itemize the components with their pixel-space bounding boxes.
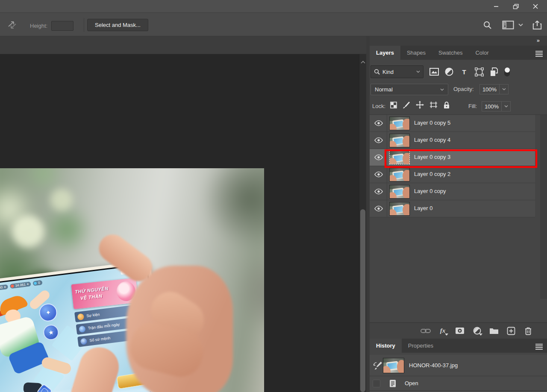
visibility-eye-icon[interactable]: [374, 188, 383, 196]
tab-swatches[interactable]: Swatches: [432, 46, 469, 60]
fill-value[interactable]: 100%: [482, 101, 502, 111]
history-snapshot-row[interactable]: HONOR-400-37.jpg: [370, 355, 547, 376]
restore-button[interactable]: [506, 0, 526, 13]
tab-color[interactable]: Color: [469, 46, 495, 60]
layer-thumbnail[interactable]: [390, 202, 409, 215]
lock-artboard-icon[interactable]: [429, 101, 438, 110]
lock-all-icon[interactable]: [443, 101, 450, 111]
options-divider: [84, 18, 84, 32]
minimize-button[interactable]: [486, 0, 506, 13]
history-panel-body: HONOR-400-37.jpg Open Make Layer: [370, 355, 547, 392]
snapshot-name[interactable]: HONOR-400-37.jpg: [409, 362, 458, 369]
history-brush-icon[interactable]: [373, 361, 382, 372]
history-brush-source-well[interactable]: [373, 380, 380, 387]
filter-smart-objects-icon[interactable]: [489, 67, 499, 76]
search-icon: [374, 69, 380, 75]
opacity-chevron-icon[interactable]: [500, 84, 509, 94]
tab-properties[interactable]: Properties: [402, 339, 440, 353]
snapshot-thumbnail[interactable]: [383, 358, 404, 373]
blend-mode-value: Normal: [375, 86, 393, 93]
layer-row[interactable]: Layer 0 copy: [370, 183, 535, 200]
kind-label: Kind: [382, 69, 394, 75]
select-and-mask-button[interactable]: Select and Mask...: [87, 19, 148, 31]
tab-history[interactable]: History: [370, 339, 402, 353]
link-layers-icon[interactable]: [421, 326, 431, 336]
workspace-switcher-icon[interactable]: [502, 20, 514, 29]
scrollbar-up-arrow-icon[interactable]: [361, 58, 365, 65]
layer-filter-icons: T: [429, 67, 510, 76]
coin-icon: [11, 284, 14, 288]
layer-effects-icon[interactable]: fx: [438, 326, 448, 336]
plus-icon[interactable]: +: [3, 285, 6, 289]
canvas-workspace[interactable]: 21.440 + 34.061 + 0: [0, 36, 366, 392]
layer-name[interactable]: Layer 0: [414, 205, 432, 211]
visibility-eye-icon[interactable]: [374, 154, 383, 162]
history-state-row[interactable]: Open: [370, 376, 547, 391]
layer-row[interactable]: Layer 0 copy 4: [370, 132, 535, 149]
filter-pixel-layers-icon[interactable]: [429, 67, 439, 76]
layer-thumbnail[interactable]: [390, 134, 409, 147]
lobby-round-button[interactable]: ✦: [38, 302, 58, 322]
visibility-eye-icon[interactable]: [374, 137, 383, 145]
tab-shapes[interactable]: Shapes: [400, 46, 432, 60]
plus-icon[interactable]: +: [26, 282, 29, 286]
visibility-eye-icon[interactable]: [374, 120, 383, 128]
search-icon[interactable]: [483, 20, 492, 29]
layer-name[interactable]: Layer 0 copy 4: [414, 137, 450, 143]
layer-row[interactable]: Layer 0 copy 2: [370, 166, 535, 183]
layer-name[interactable]: Layer 0 copy 5: [414, 120, 450, 126]
visibility-eye-icon[interactable]: [374, 205, 383, 214]
chevron-down-icon[interactable]: [518, 23, 523, 26]
tab-layers[interactable]: Layers: [370, 46, 400, 60]
swap-dimensions-icon[interactable]: [7, 20, 18, 32]
filter-type-layers-icon[interactable]: T: [459, 67, 469, 76]
delete-layer-trash-icon[interactable]: [523, 326, 533, 336]
banner-title-line1: THỨ NGUYÊN: [75, 286, 109, 294]
layer-thumbnail[interactable]: [390, 185, 409, 198]
collapse-panels-icon[interactable]: »: [537, 37, 540, 44]
lock-transparent-pixels-icon[interactable]: [390, 102, 397, 110]
layer-row[interactable]: Layer 0: [370, 200, 535, 217]
blend-mode-dropdown[interactable]: Normal: [371, 84, 448, 95]
panel-gutter: [366, 36, 370, 392]
fill-chevron-icon[interactable]: [502, 101, 511, 111]
chevron-down-icon: [440, 88, 444, 91]
canvas-vertical-scrollbar[interactable]: [359, 54, 366, 392]
filter-shape-layers-icon[interactable]: [474, 67, 484, 76]
filter-adjustment-layers-icon[interactable]: [444, 67, 454, 76]
add-layer-mask-icon[interactable]: [455, 326, 465, 336]
scrollbar-thumb[interactable]: [360, 209, 365, 392]
layer-thumbnail[interactable]: [390, 151, 409, 164]
fill-label: Fill:: [468, 103, 477, 109]
layer-thumbnail[interactable]: [390, 117, 409, 130]
visibility-eye-icon[interactable]: [374, 171, 383, 179]
banner-title-line2: VỆ THẦN: [80, 293, 103, 301]
layer-name[interactable]: Layer 0 copy: [414, 188, 446, 194]
add-adjustment-layer-icon[interactable]: [472, 326, 482, 336]
panel-menu-icon[interactable]: [535, 344, 543, 350]
opacity-value[interactable]: 100%: [479, 84, 500, 94]
new-group-folder-icon[interactable]: [489, 326, 499, 336]
layer-name[interactable]: Layer 0 copy 3: [414, 154, 450, 160]
layer-row-selected[interactable]: Layer 0 copy 3: [370, 149, 535, 166]
layers-list-scrollbar[interactable]: [540, 115, 547, 299]
layer-filter-kind-dropdown[interactable]: Kind: [371, 65, 423, 78]
history-state-name[interactable]: Open: [405, 380, 418, 386]
event-avatar-icon: [77, 313, 85, 320]
layer-thumbnail[interactable]: [390, 168, 409, 181]
lock-image-pixels-icon[interactable]: [403, 101, 410, 111]
lock-label: Lock:: [372, 103, 385, 109]
layer-row[interactable]: Layer 0 copy 5: [370, 115, 535, 132]
close-button[interactable]: [526, 0, 545, 13]
panel-menu-icon[interactable]: [535, 51, 543, 57]
lock-position-icon[interactable]: [416, 101, 424, 111]
photoshop-window: Height: Select and Mask...: [0, 0, 547, 392]
share-icon[interactable]: [532, 20, 542, 30]
layer-name[interactable]: Layer 0 copy 2: [414, 171, 450, 177]
event-banner[interactable]: THỨ NGUYÊN VỆ THẦN: [71, 278, 138, 309]
height-input[interactable]: [51, 21, 74, 31]
canvas-photo[interactable]: 21.440 + 34.061 + 0: [0, 168, 264, 392]
filter-toggle-switch[interactable]: [504, 67, 510, 76]
new-layer-icon[interactable]: [506, 326, 516, 336]
lobby-round-button[interactable]: ★: [42, 324, 59, 341]
